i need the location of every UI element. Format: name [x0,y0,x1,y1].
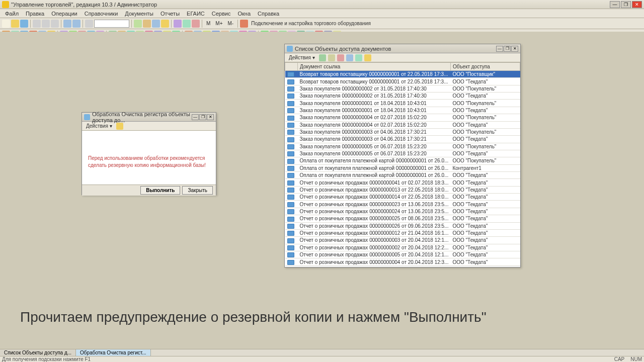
list-maximize[interactable]: ❐ [504,46,511,52]
close-button[interactable]: ✕ [632,1,642,8]
cell-doc: Отчет о розничных продажах 00000000002 о… [298,244,451,251]
menu-правка[interactable]: Правка [23,10,47,17]
col-icon[interactable] [285,63,298,71]
table-row[interactable]: Заказ покупателя 00000000005 от 06.07.20… [285,150,520,157]
m-label[interactable]: М [204,21,212,26]
app-icon [2,1,9,8]
cut-icon[interactable] [33,20,41,28]
menu-справочники[interactable]: Справочники [82,10,121,17]
maximize-button[interactable]: ❐ [621,1,631,8]
calc-icon[interactable] [134,20,142,28]
status-hint: Для получения подсказки нажмите F1 [2,356,91,362]
help-icon[interactable] [161,20,169,28]
table-row[interactable]: Оплата от покупателя платежной картой 00… [285,172,520,179]
list-table-container[interactable]: Документ ссылка Объект доступа Возврат т… [285,62,520,267]
equipment-label[interactable]: Подключение и настройка торгового оборуд… [249,21,373,26]
print-icon[interactable] [152,20,160,28]
table-row[interactable]: Отчет о розничных продажах 00000000005 о… [285,251,520,258]
add-icon[interactable] [319,54,326,61]
menu-документы[interactable]: Документы [122,10,156,17]
table-row[interactable]: Отчет о розничных продажах 00000000014 о… [285,194,520,201]
menu-егаис[interactable]: ЕГАИС [184,10,208,17]
col-doc[interactable]: Документ ссылка [298,63,451,71]
list-title: Список Объекты доступа документов [295,46,496,52]
table-row[interactable]: Заказ покупателя 00000000003 от 04.06.20… [285,128,520,135]
refresh-icon[interactable] [355,54,362,61]
dialog-minimize[interactable]: — [192,114,199,120]
copy-icon[interactable] [42,20,50,28]
cell-doc: Отчет о розничных продажах 00000000024 о… [298,208,451,215]
menu-окна[interactable]: Окна [234,10,254,17]
dialog-actions[interactable]: Действия ▾ [84,123,114,129]
search-icon[interactable] [85,20,93,28]
table-row[interactable]: Заказ покупателя 00000000005 от 06.07.20… [285,143,520,150]
minimize-button[interactable]: — [610,1,620,8]
edit-icon[interactable] [328,54,335,61]
table-row[interactable]: Отчет о розничных продажах 00000000003 о… [285,237,520,244]
link-icon[interactable] [183,20,191,28]
settings-icon[interactable] [192,20,200,28]
menu-операции[interactable]: Операции [48,10,80,17]
undo-icon[interactable] [63,20,71,28]
task-tab-processing[interactable]: Обработка Очистка регист... [76,349,150,356]
dialog-titlebar[interactable]: Обработка Очистка регистра объекты досту… [82,113,216,122]
dialog-maximize[interactable]: ❐ [199,114,206,120]
table-row[interactable]: Отчет о розничных продажах 00000000013 о… [285,186,520,193]
execute-button[interactable]: Выполнить [140,186,180,195]
table-row[interactable]: Отчет о розничных продажах 00000000004 о… [285,258,520,265]
row-icon [287,166,294,171]
m-plus-label[interactable]: М+ [213,21,224,26]
dialog-close[interactable]: ✕ [207,114,214,120]
table-row[interactable]: Возврат товаров поставщику 00000000001 о… [285,71,520,78]
table-row[interactable]: Отчет о розничных продажах 00000000023 о… [285,201,520,208]
table-row[interactable]: Отчет о розничных продажах 00000000012 о… [285,229,520,236]
table-row[interactable]: Заказ покупателя 00000000004 от 02.07.20… [285,121,520,128]
row-icon [287,188,294,193]
table-row[interactable]: Отчет о розничных продажах 00000000025 о… [285,215,520,222]
table-row[interactable]: Оплата от покупателя платежной картой 00… [285,164,520,171]
list-close[interactable]: ✕ [511,46,518,52]
equipment-icon[interactable] [240,20,248,28]
table-row[interactable]: Отчет о розничных продажах 00000000041 о… [285,179,520,186]
table-row[interactable]: Отчет о розничных продажах 00000000007 о… [285,265,520,267]
list-titlebar[interactable]: Список Объекты доступа документов — ❐ ✕ [285,44,520,53]
menu-справка[interactable]: Справка [255,10,282,17]
row-icon [287,245,294,250]
table-row[interactable]: Заказ покупателя 00000000001 от 18.04.20… [285,107,520,114]
list-minimize[interactable]: — [496,46,503,52]
open-icon[interactable] [11,20,19,28]
table-row[interactable]: Заказ покупателя 00000000002 от 31.05.20… [285,93,520,100]
table-row[interactable]: Отчет о розничных продажах 00000000026 о… [285,222,520,229]
help-icon[interactable] [364,54,371,61]
cell-obj: ООО "Текдата" [450,215,520,222]
calendar-icon[interactable] [143,20,151,28]
save-icon[interactable] [20,20,28,28]
table-row[interactable]: Заказ покупателя 00000000004 от 02.07.20… [285,114,520,121]
dialog-help-icon[interactable] [116,123,123,130]
config-icon[interactable] [174,20,182,28]
cell-doc: Отчет о розничных продажах 00000000005 о… [298,251,451,258]
table-row[interactable]: Возврат товаров поставщику 00000000001 о… [285,78,520,85]
menu-файл[interactable]: Файл [2,10,22,17]
list-actions[interactable]: Действия ▾ [287,54,317,61]
cell-obj: ООО "Текдата" [450,201,520,208]
new-icon[interactable] [2,20,10,28]
filter-icon[interactable] [346,54,353,61]
delete-icon[interactable] [337,54,344,61]
close-button[interactable]: Закрыть [182,186,213,195]
table-row[interactable]: Отчет о розничных продажах 00000000002 о… [285,244,520,251]
redo-icon[interactable] [72,20,80,28]
m-minus-label[interactable]: М- [226,21,236,26]
table-row[interactable]: Оплата от покупателя платежной картой 00… [285,157,520,164]
menu-отчеты[interactable]: Отчеты [157,10,183,17]
separator [202,20,202,28]
paste-icon[interactable] [51,20,59,28]
col-obj[interactable]: Объект доступа [450,63,520,71]
table-row[interactable]: Заказ покупателя 00000000001 от 18.04.20… [285,100,520,107]
table-row[interactable]: Заказ покупателя 00000000003 от 04.06.20… [285,136,520,143]
task-tab-list[interactable]: Список Объекты доступа д... [0,349,76,356]
table-row[interactable]: Заказ покупателя 00000000002 от 31.05.20… [285,85,520,92]
menu-сервис[interactable]: Сервис [209,10,234,17]
search-input[interactable] [94,20,129,28]
table-row[interactable]: Отчет о розничных продажах 00000000024 о… [285,208,520,215]
